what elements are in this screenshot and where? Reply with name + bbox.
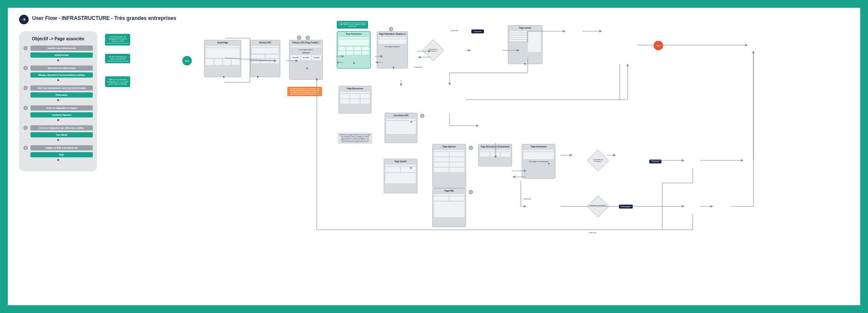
legend-num: 4 [23,106,28,110]
legend-page: Infrastructure [30,52,93,58]
decision-convaincu: Convaincu et contactez ? [425,42,441,58]
legend-num: 3 [23,86,28,90]
wireframe-rse[interactable]: Page RSE [432,188,466,227]
action-inscrire[interactable]: S'inscrire [649,160,661,163]
legend-heading: Objectif -> Page associée [23,36,93,41]
legend-page: Partenaires [30,92,93,98]
wireframe-ressources-evenements[interactable]: Page Ressources /Evénements [478,144,512,166]
legend-objective: Installer mon infrastructure [30,46,93,51]
wireframe-evenement[interactable]: Page Evénement Descriptif de l'évènement [522,144,556,179]
arrow-circle-icon [19,15,29,24]
legend-dot [57,99,59,101]
canvas: User Flow - INFRASTRUCTURE - Très grande… [8,8,860,305]
legend-page: RSE [30,152,93,157]
legend-dot [57,139,59,141]
wireframe-agences[interactable]: Page Agences [432,144,466,188]
entry-commercial: J'ai été contacté par un commercial de X… [105,54,130,63]
decision-renseigner-1: Je souhaite me renseigner ? [590,153,606,168]
wireframe-produit[interactable]: Division XXX /Page Produit 1 Descriptif … [289,40,323,80]
legend-objective: Avoir un intégrateur en région [30,105,93,111]
entry-google: J'effectue une recherche d'intégrateur s… [105,76,130,87]
legend-objective: Avoir un intégrateur aux références soli… [30,125,93,130]
action-contacter-top[interactable]: Contacter [471,29,484,33]
legend-page: Réseau, Sécurité & Communications unifié… [30,72,93,78]
legend-dot [57,79,59,81]
legend-panel: Objectif -> Page associée 1 Installer mo… [19,31,97,171]
page-title: User Flow - INFRASTRUCTURE - Très grande… [32,15,176,21]
legend-num: 6 [23,146,28,150]
wireframe-cas-clients[interactable]: Cas clients XXX [385,113,418,143]
step-3: 3 [389,27,393,31]
step-6: 6 [469,190,473,194]
label-continuez-1: Continuez [414,66,422,68]
end-node: End [654,41,663,50]
note-grey: Idéalement la page Société se sert d'un … [338,133,372,144]
legend-objective: Avoir une maintenance sur le territoire … [30,85,93,91]
label-contactez-2: Contactez [523,198,531,200]
legend-dot [57,59,59,61]
legend-num: 2 [23,66,28,70]
legend-page: A propos/ Agences [30,112,93,117]
wireframe-division[interactable]: Division XXX [250,40,280,77]
label-continuez-2: Continuez [589,231,596,234]
step-4: 4 [469,146,473,150]
wireframe-societe[interactable]: Page Société [384,159,418,193]
action-renseigner[interactable]: Renseigner [619,205,633,209]
note-orange: Lorsque la page présente ces éléments el… [287,87,322,96]
entry-bouche-oreille: J'ai entendu parler de l'intégrateur XXX… [105,34,130,46]
start-node: Start [182,56,192,65]
step-2: 2 [306,36,310,40]
legend-objective: Intégrer la RSE à ma démarche [30,145,93,150]
step-1: 1 [297,36,301,40]
wireframe-home[interactable]: Home Page [204,40,241,77]
wireframe-partenaires[interactable]: Page Partenaires [337,31,371,68]
step-5: 5 [420,114,424,118]
legend-dot [57,119,59,121]
note-nouvel-onglet: Cette page doit s'ouvrir dans un nouvel … [337,21,368,29]
wireframe-ressources[interactable]: Page Ressources [339,86,372,114]
legend-num: 1 [23,46,28,50]
wireframe-contact[interactable]: Page contact [508,25,542,64]
legend-dot [57,159,59,161]
wireframe-partenaires-solution[interactable]: Page Partenaires /Solution 3 Descriptif … [377,31,408,68]
decision-renseigner-2: Souhaite se renseigner ? [590,199,606,214]
label-contactez-1: Contactez [450,29,458,32]
legend-page: Cas clients [30,132,93,137]
legend-num: 5 [23,126,28,130]
legend-objective: Sécuriser mon Data Center [30,65,93,71]
